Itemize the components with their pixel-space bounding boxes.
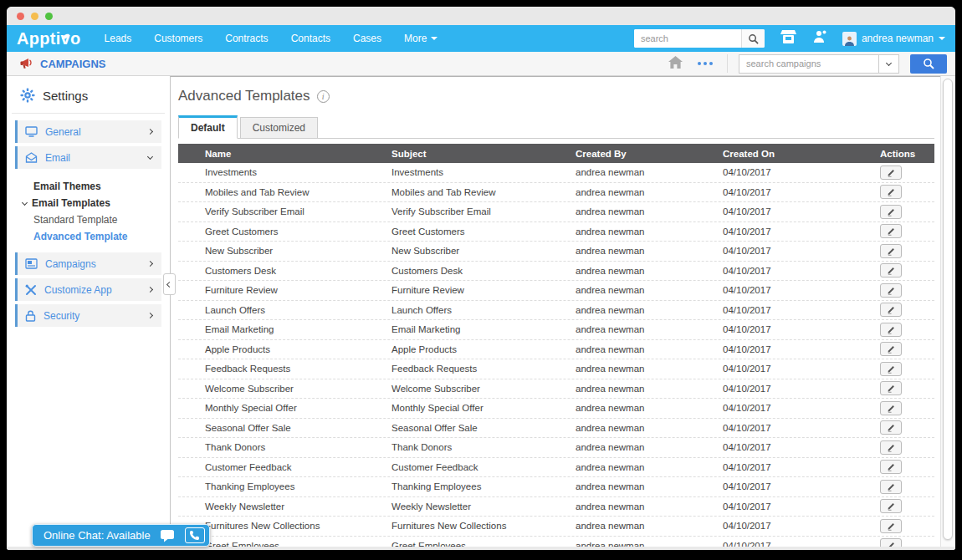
sidebar-collapse-handle[interactable] xyxy=(163,273,176,295)
settings-title: Settings xyxy=(43,89,88,103)
info-icon[interactable]: i xyxy=(317,90,330,103)
user-menu[interactable]: andrea newman xyxy=(842,32,945,46)
avatar xyxy=(842,32,857,46)
edit-template-button[interactable] xyxy=(880,342,902,356)
notifications-icon[interactable] xyxy=(812,29,827,48)
window-zoom-button[interactable] xyxy=(45,13,53,20)
topnav-item[interactable]: Leads xyxy=(105,33,132,44)
pencil-icon xyxy=(887,286,896,295)
template-name-cell: Greet Employees xyxy=(197,541,383,547)
pencil-icon xyxy=(887,522,896,531)
sidebar-item-label: Campaigns xyxy=(45,258,96,270)
actions-cell xyxy=(870,499,934,513)
topnav-more-menu[interactable]: More xyxy=(404,33,438,44)
edit-template-button[interactable] xyxy=(880,224,902,238)
app-store-icon[interactable] xyxy=(780,29,797,48)
created-by-cell: andrea newman xyxy=(567,305,714,315)
sidebar-item-security[interactable]: Security xyxy=(15,304,161,327)
edit-template-button[interactable] xyxy=(880,244,902,258)
template-subject-cell: Furnitures New Collections xyxy=(383,521,567,531)
chevron-down-icon xyxy=(147,154,153,160)
actions-cell xyxy=(870,381,934,395)
chat-bubble-button[interactable] xyxy=(157,527,177,543)
app-search-button[interactable] xyxy=(910,54,947,74)
edit-template-button[interactable] xyxy=(880,323,902,337)
window-minimize-button[interactable] xyxy=(31,13,38,20)
edit-template-button[interactable] xyxy=(880,440,902,455)
template-subject-cell: Apple Products xyxy=(383,344,567,354)
sidebar-item-campaigns[interactable]: Campaigns xyxy=(15,252,161,275)
sidebar-item-general[interactable]: General xyxy=(15,120,161,143)
tab-default[interactable]: Default xyxy=(178,115,238,139)
sidebar-item-customize-app[interactable]: Customize App xyxy=(15,278,161,301)
edit-template-button[interactable] xyxy=(880,401,902,415)
created-by-cell: andrea newman xyxy=(567,481,714,491)
settings-header: Settings xyxy=(7,86,170,113)
created-by-cell: andrea newman xyxy=(567,285,714,295)
search-icon xyxy=(748,33,759,44)
home-icon[interactable] xyxy=(668,55,683,73)
template-tabs: Default Customized xyxy=(178,115,934,139)
edit-template-button[interactable] xyxy=(880,499,902,513)
edit-template-button[interactable] xyxy=(880,185,902,199)
actions-cell xyxy=(870,538,934,547)
edit-template-button[interactable] xyxy=(880,263,902,277)
topnav-item[interactable]: Contacts xyxy=(291,33,330,44)
topnav-item[interactable]: Customers xyxy=(154,33,202,44)
sidebar-item-email[interactable]: Email xyxy=(15,146,161,169)
created-on-cell: 04/10/2017 xyxy=(714,423,870,433)
pencil-icon xyxy=(887,423,896,432)
created-by-cell: andrea newman xyxy=(567,462,714,472)
scrollbar-thumb[interactable] xyxy=(943,79,953,540)
template-name-cell: Furniture Review xyxy=(197,285,383,295)
edit-template-button[interactable] xyxy=(880,362,902,376)
edit-template-button[interactable] xyxy=(880,283,902,298)
sidebar-subitem-standard-template[interactable]: Standard Template xyxy=(33,211,170,228)
sidebar-subitem-email-templates[interactable]: Email Templates xyxy=(33,195,170,211)
pencil-icon xyxy=(887,247,896,256)
template-subject-cell: Customers Desk xyxy=(383,266,567,276)
select-chevron[interactable] xyxy=(878,55,898,73)
sidebar-subitem-email-themes[interactable]: Email Themes xyxy=(33,178,170,195)
online-chat-widget[interactable]: Online Chat: Available xyxy=(32,524,210,547)
app-search-scope-select[interactable]: search campaigns xyxy=(739,54,899,74)
chat-phone-button[interactable] xyxy=(185,527,205,543)
created-by-cell: andrea newman xyxy=(567,167,714,177)
pencil-icon xyxy=(887,227,896,236)
overflow-menu-icon[interactable] xyxy=(694,59,716,69)
top-navigation-bar: Apptivo LeadsCustomersContractsContactsC… xyxy=(7,25,955,52)
created-by-cell: andrea newman xyxy=(567,442,714,452)
created-by-cell: andrea newman xyxy=(567,266,714,276)
vertical-scrollbar[interactable] xyxy=(940,76,955,547)
template-name-cell: Launch Offers xyxy=(197,305,383,315)
global-search-input[interactable] xyxy=(634,29,741,48)
template-name-cell: Customers Desk xyxy=(197,266,383,276)
chat-bubble-icon xyxy=(160,529,175,542)
edit-template-button[interactable] xyxy=(880,480,902,494)
edit-template-button[interactable] xyxy=(880,538,902,547)
edit-template-button[interactable] xyxy=(880,460,902,474)
tab-customized[interactable]: Customized xyxy=(240,117,318,139)
edit-template-button[interactable] xyxy=(880,165,902,180)
app-title[interactable]: CAMPAIGNS xyxy=(20,58,105,70)
topnav-item[interactable]: Cases xyxy=(353,33,381,44)
window-close-button[interactable] xyxy=(17,13,24,20)
app-header-bar: CAMPAIGNS search campaigns xyxy=(7,52,955,76)
created-on-cell: 04/10/2017 xyxy=(714,403,870,413)
template-subject-cell: Greet Customers xyxy=(383,227,567,237)
pencil-icon xyxy=(887,344,896,354)
topnav-item[interactable]: Contracts xyxy=(225,33,268,44)
global-search-button[interactable] xyxy=(741,29,765,48)
edit-template-button[interactable] xyxy=(880,205,902,219)
pencil-icon xyxy=(887,404,896,413)
apptivo-logo[interactable]: Apptivo xyxy=(17,29,81,48)
created-on-cell: 04/10/2017 xyxy=(714,187,870,197)
edit-template-button[interactable] xyxy=(880,519,902,533)
sidebar-subitem-advanced-template[interactable]: Advanced Template xyxy=(33,228,170,245)
edit-template-button[interactable] xyxy=(880,381,902,395)
edit-template-button[interactable] xyxy=(880,303,902,317)
edit-template-button[interactable] xyxy=(880,420,902,435)
template-subject-cell: Weekly Newsletter xyxy=(383,501,567,512)
topnav-items: LeadsCustomersContractsContactsCases xyxy=(105,33,381,44)
actions-cell xyxy=(870,323,934,337)
